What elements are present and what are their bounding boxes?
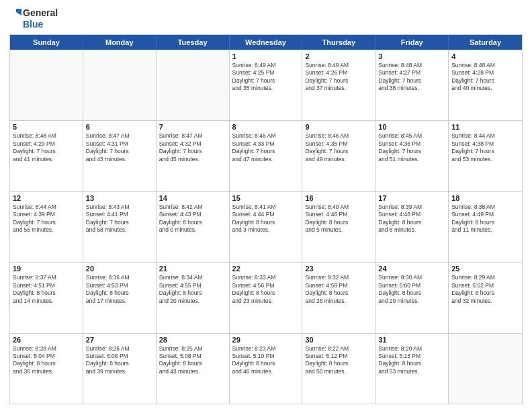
cell-daylight-text: Sunrise: 8:48 AM Sunset: 4:28 PM Dayligh… bbox=[451, 62, 519, 93]
day-number: 20 bbox=[86, 265, 153, 273]
cell-daylight-text: Sunrise: 8:39 AM Sunset: 4:48 PM Dayligh… bbox=[378, 203, 445, 234]
cal-cell-day: 23Sunrise: 8:32 AM Sunset: 4:58 PM Dayli… bbox=[302, 263, 375, 332]
day-number: 13 bbox=[86, 194, 153, 202]
cell-daylight-text: Sunrise: 8:42 AM Sunset: 4:43 PM Dayligh… bbox=[159, 203, 226, 234]
cal-cell-day: 7Sunrise: 8:47 AM Sunset: 4:32 PM Daylig… bbox=[157, 121, 230, 191]
cell-daylight-text: Sunrise: 8:25 AM Sunset: 5:08 PM Dayligh… bbox=[159, 345, 226, 376]
cell-daylight-text: Sunrise: 8:22 AM Sunset: 5:12 PM Dayligh… bbox=[305, 345, 372, 376]
cell-daylight-text: Sunrise: 8:47 AM Sunset: 4:32 PM Dayligh… bbox=[159, 132, 226, 163]
day-number: 19 bbox=[13, 265, 80, 273]
cell-daylight-text: Sunrise: 8:34 AM Sunset: 4:55 PM Dayligh… bbox=[159, 274, 226, 305]
cell-daylight-text: Sunrise: 8:40 AM Sunset: 4:46 PM Dayligh… bbox=[305, 203, 372, 234]
day-number: 28 bbox=[159, 336, 226, 344]
calendar-header-row: SundayMondayTuesdayWednesdayThursdayFrid… bbox=[10, 35, 522, 50]
day-number: 30 bbox=[305, 336, 372, 344]
logo-blue-text: Blue bbox=[23, 19, 43, 30]
cal-header-cell: Sunday bbox=[10, 35, 83, 50]
cal-cell-day: 17Sunrise: 8:39 AM Sunset: 4:48 PM Dayli… bbox=[375, 192, 449, 262]
cal-cell-day: 5Sunrise: 8:48 AM Sunset: 4:29 PM Daylig… bbox=[10, 121, 83, 191]
cal-cell-day: 14Sunrise: 8:42 AM Sunset: 4:43 PM Dayli… bbox=[157, 192, 230, 262]
cell-daylight-text: Sunrise: 8:20 AM Sunset: 5:13 PM Dayligh… bbox=[378, 345, 445, 376]
day-number: 16 bbox=[305, 194, 372, 202]
day-number: 27 bbox=[86, 336, 153, 344]
cal-week-row: 1Sunrise: 8:49 AM Sunset: 4:25 PM Daylig… bbox=[10, 50, 522, 120]
cal-cell-day: 20Sunrise: 8:36 AM Sunset: 4:53 PM Dayli… bbox=[83, 263, 157, 332]
cal-header-cell: Saturday bbox=[449, 35, 522, 50]
day-number: 22 bbox=[232, 265, 300, 273]
cal-cell-day: 21Sunrise: 8:34 AM Sunset: 4:55 PM Dayli… bbox=[157, 263, 230, 332]
logo-line1: General bbox=[9, 7, 58, 19]
day-number: 11 bbox=[451, 123, 519, 131]
cell-daylight-text: Sunrise: 8:29 AM Sunset: 5:02 PM Dayligh… bbox=[451, 274, 519, 305]
day-number: 31 bbox=[378, 336, 445, 344]
day-number: 14 bbox=[159, 194, 226, 202]
cal-cell-day: 18Sunrise: 8:38 AM Sunset: 4:49 PM Dayli… bbox=[449, 192, 522, 262]
cal-cell-day: 29Sunrise: 8:23 AM Sunset: 5:10 PM Dayli… bbox=[230, 334, 303, 404]
day-number: 10 bbox=[378, 123, 445, 131]
cal-cell-day: 19Sunrise: 8:37 AM Sunset: 4:51 PM Dayli… bbox=[10, 263, 83, 332]
cal-cell-day: 6Sunrise: 8:47 AM Sunset: 4:31 PM Daylig… bbox=[83, 121, 157, 191]
day-number: 17 bbox=[378, 194, 445, 202]
cell-daylight-text: Sunrise: 8:48 AM Sunset: 4:27 PM Dayligh… bbox=[378, 62, 445, 93]
cell-daylight-text: Sunrise: 8:47 AM Sunset: 4:31 PM Dayligh… bbox=[86, 132, 153, 163]
cal-cell-day: 13Sunrise: 8:43 AM Sunset: 4:41 PM Dayli… bbox=[83, 192, 157, 262]
cal-week-row: 12Sunrise: 8:44 AM Sunset: 4:39 PM Dayli… bbox=[10, 191, 522, 262]
cal-cell-day: 28Sunrise: 8:25 AM Sunset: 5:08 PM Dayli… bbox=[157, 334, 230, 404]
cell-daylight-text: Sunrise: 8:30 AM Sunset: 5:00 PM Dayligh… bbox=[378, 274, 445, 305]
cell-daylight-text: Sunrise: 8:49 AM Sunset: 4:25 PM Dayligh… bbox=[232, 62, 300, 93]
day-number: 1 bbox=[232, 52, 300, 60]
cal-cell-day: 8Sunrise: 8:46 AM Sunset: 4:33 PM Daylig… bbox=[230, 121, 303, 191]
day-number: 23 bbox=[305, 265, 372, 273]
cal-cell-day: 2Sunrise: 8:49 AM Sunset: 4:26 PM Daylig… bbox=[302, 50, 375, 120]
page: General Blue SundayMondayTuesdayWednesda… bbox=[0, 0, 532, 411]
logo-wordmark: General Blue bbox=[9, 7, 58, 30]
day-number: 18 bbox=[451, 194, 519, 202]
day-number: 6 bbox=[86, 123, 153, 131]
cal-cell-day: 10Sunrise: 8:45 AM Sunset: 4:36 PM Dayli… bbox=[375, 121, 449, 191]
day-number: 9 bbox=[305, 123, 372, 131]
cell-daylight-text: Sunrise: 8:26 AM Sunset: 5:06 PM Dayligh… bbox=[86, 345, 153, 376]
cal-cell-day: 15Sunrise: 8:41 AM Sunset: 4:44 PM Dayli… bbox=[230, 192, 303, 262]
cal-header-cell: Thursday bbox=[302, 35, 375, 50]
cal-cell-empty bbox=[449, 334, 522, 404]
logo-bird-icon bbox=[9, 7, 21, 19]
cal-cell-empty bbox=[10, 50, 83, 120]
cal-cell-empty bbox=[157, 50, 230, 120]
cal-cell-day: 11Sunrise: 8:44 AM Sunset: 4:38 PM Dayli… bbox=[449, 121, 522, 191]
day-number: 5 bbox=[13, 123, 80, 131]
cal-header-cell: Wednesday bbox=[230, 35, 303, 50]
cal-cell-day: 24Sunrise: 8:30 AM Sunset: 5:00 PM Dayli… bbox=[375, 263, 449, 332]
logo: General Blue bbox=[9, 7, 58, 30]
cal-cell-day: 12Sunrise: 8:44 AM Sunset: 4:39 PM Dayli… bbox=[10, 192, 83, 262]
day-number: 8 bbox=[232, 123, 300, 131]
day-number: 21 bbox=[159, 265, 226, 273]
logo-general-text: General bbox=[23, 7, 58, 19]
cell-daylight-text: Sunrise: 8:49 AM Sunset: 4:26 PM Dayligh… bbox=[305, 62, 372, 93]
cal-cell-empty bbox=[83, 50, 157, 120]
day-number: 3 bbox=[378, 52, 445, 60]
cal-week-row: 5Sunrise: 8:48 AM Sunset: 4:29 PM Daylig… bbox=[10, 120, 522, 191]
cell-daylight-text: Sunrise: 8:44 AM Sunset: 4:39 PM Dayligh… bbox=[13, 203, 80, 234]
day-number: 7 bbox=[159, 123, 226, 131]
cell-daylight-text: Sunrise: 8:38 AM Sunset: 4:49 PM Dayligh… bbox=[451, 203, 519, 234]
cal-cell-day: 3Sunrise: 8:48 AM Sunset: 4:27 PM Daylig… bbox=[375, 50, 449, 120]
cell-daylight-text: Sunrise: 8:45 AM Sunset: 4:36 PM Dayligh… bbox=[378, 132, 445, 163]
day-number: 2 bbox=[305, 52, 372, 60]
header: General Blue bbox=[9, 7, 523, 30]
cal-cell-day: 25Sunrise: 8:29 AM Sunset: 5:02 PM Dayli… bbox=[449, 263, 522, 332]
cal-cell-day: 16Sunrise: 8:40 AM Sunset: 4:46 PM Dayli… bbox=[302, 192, 375, 262]
cal-cell-day: 1Sunrise: 8:49 AM Sunset: 4:25 PM Daylig… bbox=[230, 50, 303, 120]
day-number: 26 bbox=[13, 336, 80, 344]
day-number: 24 bbox=[378, 265, 445, 273]
cell-daylight-text: Sunrise: 8:33 AM Sunset: 4:56 PM Dayligh… bbox=[232, 274, 300, 305]
cal-header-cell: Monday bbox=[83, 35, 157, 50]
cell-daylight-text: Sunrise: 8:28 AM Sunset: 5:04 PM Dayligh… bbox=[13, 345, 80, 376]
cal-header-cell: Tuesday bbox=[157, 35, 230, 50]
cell-daylight-text: Sunrise: 8:37 AM Sunset: 4:51 PM Dayligh… bbox=[13, 274, 80, 305]
day-number: 25 bbox=[451, 265, 519, 273]
cal-week-row: 19Sunrise: 8:37 AM Sunset: 4:51 PM Dayli… bbox=[10, 262, 522, 332]
cal-cell-day: 26Sunrise: 8:28 AM Sunset: 5:04 PM Dayli… bbox=[10, 334, 83, 404]
cal-header-cell: Friday bbox=[375, 35, 449, 50]
day-number: 12 bbox=[13, 194, 80, 202]
cal-cell-day: 30Sunrise: 8:22 AM Sunset: 5:12 PM Dayli… bbox=[302, 334, 375, 404]
